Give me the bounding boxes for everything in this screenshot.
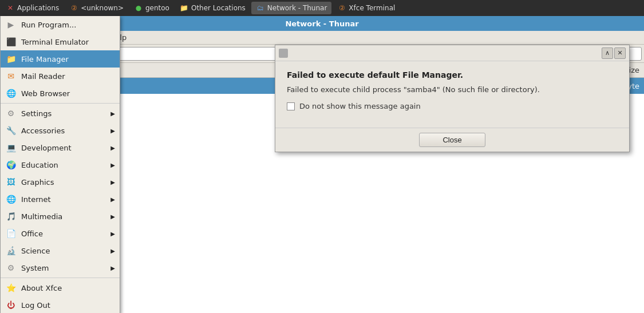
internet-label: Internet — [21, 195, 110, 204]
menu-item-run-program[interactable]: ▶ Run Program... — [1, 16, 120, 33]
applications-icon: ✕ — [6, 3, 15, 13]
menu-item-web-browser[interactable]: 🌐 Web Browser — [1, 85, 120, 102]
system-label: System — [21, 264, 110, 272]
settings-icon: ⚙ — [5, 108, 17, 119]
menu-item-terminal-emulator[interactable]: ⬛ Terminal Emulator — [1, 33, 120, 50]
unknown-icon: ② — [69, 3, 78, 13]
menu-item-settings[interactable]: ⚙ Settings ▶ — [1, 105, 120, 122]
about-xfce-label: About Xfce — [21, 284, 115, 292]
office-label: Office — [21, 229, 110, 238]
taskbar-item-network-thunar[interactable]: 🗂 Network - Thunar — [251, 2, 332, 14]
system-arrow: ▶ — [110, 265, 115, 271]
graphics-icon: 🖼 — [5, 176, 17, 188]
dialog-content: Failed to execute default File Manager. … — [275, 61, 629, 128]
dialog-title: Failed to execute default File Manager. — [287, 70, 618, 80]
close-icon: ✕ — [617, 49, 622, 57]
mail-reader-label: Mail Reader — [21, 72, 115, 81]
graphics-arrow: ▶ — [110, 179, 115, 185]
system-icon: ⚙ — [5, 262, 17, 274]
separator-1 — [1, 103, 120, 104]
menu-item-science[interactable]: 🔬 Science ▶ — [1, 242, 120, 259]
taskbar-item-applications[interactable]: ✕ Applications — [1, 2, 64, 14]
log-out-label: Log Out — [21, 301, 115, 310]
education-arrow: ▶ — [110, 162, 115, 168]
taskbar-item-other-locations[interactable]: 📁 Other Locations — [175, 2, 250, 14]
science-icon: 🔬 — [5, 245, 17, 256]
menu-item-accessories[interactable]: 🔧 Accessories ▶ — [1, 122, 120, 139]
multimedia-label: Multimedia — [21, 212, 110, 221]
terminal-emulator-icon: ⬛ — [5, 36, 17, 47]
accessories-label: Accessories — [21, 126, 110, 135]
office-icon: 📄 — [5, 228, 17, 239]
network-thunar-icon: 🗂 — [256, 3, 265, 13]
other-locations-label: Other Locations — [191, 4, 246, 12]
main-area: Network - Thunar View Go Bookmarks Help … — [0, 16, 644, 313]
internet-icon: 🌐 — [5, 193, 17, 205]
network-thunar-label: Network - Thunar — [267, 4, 327, 12]
minimize-icon: ∧ — [605, 49, 610, 57]
separator-2 — [1, 278, 120, 278]
settings-label: Settings — [21, 109, 110, 118]
gentoo-label: gentoo — [145, 4, 169, 12]
menu-item-multimedia[interactable]: 🎵 Multimedia ▶ — [1, 208, 120, 225]
accessories-icon: 🔧 — [5, 125, 17, 136]
menu-item-about-xfce[interactable]: ⭐ About Xfce — [1, 279, 120, 296]
internet-arrow: ▶ — [110, 196, 115, 203]
education-icon: 🌍 — [5, 159, 17, 171]
thunar-title: Network - Thunar — [285, 19, 358, 28]
log-out-icon: ⏻ — [5, 299, 17, 311]
menu-item-education[interactable]: 🌍 Education ▶ — [1, 156, 120, 173]
dialog-footer: Close — [275, 128, 629, 152]
development-arrow: ▶ — [110, 145, 115, 151]
do-not-show-label: Do not show this message again — [299, 102, 421, 110]
app-menu: ▶ Run Program... ⬛ Terminal Emulator 📁 F… — [0, 16, 120, 313]
science-arrow: ▶ — [110, 248, 115, 254]
dialog-close-titlebar-button[interactable]: ✕ — [614, 47, 626, 59]
run-program-icon: ▶ — [5, 19, 17, 30]
xfce-terminal-label: Xfce Terminal — [349, 4, 395, 12]
terminal-emulator-label: Terminal Emulator — [21, 38, 115, 46]
taskbar-item-xfce-terminal[interactable]: ② Xfce Terminal — [333, 2, 400, 14]
file-manager-label: File Manager — [21, 55, 115, 64]
menu-item-internet[interactable]: 🌐 Internet ▶ — [1, 191, 120, 208]
office-arrow: ▶ — [110, 231, 115, 237]
taskbar-item-unknown[interactable]: ② <unknown> — [65, 2, 128, 14]
web-browser-icon: 🌐 — [5, 88, 17, 99]
menu-item-system[interactable]: ⚙ System ▶ — [1, 259, 120, 276]
dialog-titlebar-icon — [279, 49, 288, 58]
dialog-container: ∧ ✕ Failed to execute default File Manag… — [275, 45, 630, 152]
accessories-arrow: ▶ — [110, 128, 115, 134]
dialog-checkbox-row: Do not show this message again — [287, 102, 618, 110]
error-dialog: ∧ ✕ Failed to execute default File Manag… — [275, 45, 630, 152]
other-locations-icon: 📁 — [180, 3, 189, 13]
dialog-titlebar: ∧ ✕ — [275, 45, 629, 61]
taskbar-item-gentoo[interactable]: ● gentoo — [129, 2, 174, 14]
development-label: Development — [21, 144, 110, 152]
graphics-label: Graphics — [21, 178, 110, 187]
gentoo-icon: ● — [134, 3, 143, 13]
settings-arrow: ▶ — [110, 110, 115, 117]
menu-item-log-out[interactable]: ⏻ Log Out — [1, 296, 120, 313]
dialog-minimize-button[interactable]: ∧ — [602, 47, 613, 59]
multimedia-icon: 🎵 — [5, 211, 17, 222]
menu-item-office[interactable]: 📄 Office ▶ — [1, 225, 120, 242]
taskbar: ✕ Applications ② <unknown> ● gentoo 📁 Ot… — [0, 0, 644, 16]
multimedia-arrow: ▶ — [110, 213, 115, 220]
menu-item-file-manager[interactable]: 📁 File Manager — [1, 50, 120, 68]
unknown-label: <unknown> — [81, 4, 124, 12]
menu-item-development[interactable]: 💻 Development ▶ — [1, 139, 120, 156]
applications-label: Applications — [17, 4, 59, 12]
menu-item-graphics[interactable]: 🖼 Graphics ▶ — [1, 173, 120, 191]
web-browser-label: Web Browser — [21, 89, 115, 98]
do-not-show-checkbox[interactable] — [287, 102, 295, 110]
dialog-message: Failed to execute child process "samba4"… — [287, 85, 618, 94]
dialog-titlebar-buttons: ∧ ✕ — [602, 47, 626, 59]
xfce-terminal-icon: ② — [337, 3, 346, 13]
mail-reader-icon: ✉ — [5, 70, 17, 82]
science-label: Science — [21, 247, 110, 255]
file-manager-icon: 📁 — [5, 53, 17, 65]
dialog-close-button[interactable]: Close — [419, 133, 485, 147]
run-program-label: Run Program... — [21, 21, 115, 29]
menu-item-mail-reader[interactable]: ✉ Mail Reader — [1, 68, 120, 85]
development-icon: 💻 — [5, 142, 17, 153]
